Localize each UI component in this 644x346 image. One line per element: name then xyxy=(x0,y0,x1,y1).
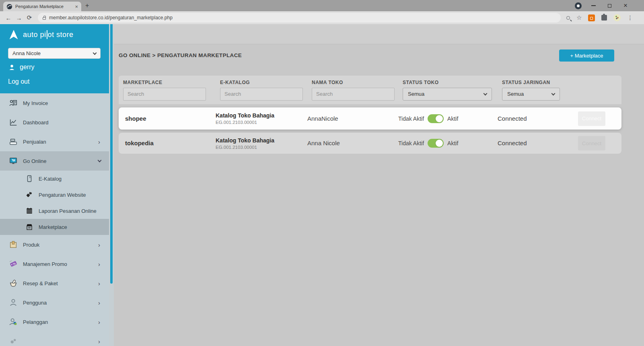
chevron-right-icon: › xyxy=(98,319,100,325)
address-bar[interactable]: member.autopilotstore.co.id/pengaturan_m… xyxy=(38,13,561,23)
sidebar-subitem-laporan-pesanan-online[interactable]: Laporan Pesanan Online xyxy=(0,203,109,219)
sidebar-item-resep-paket[interactable]: Resep & Paket › xyxy=(0,274,109,293)
customer-icon xyxy=(9,317,18,326)
gears-icon xyxy=(26,191,33,198)
store-name: Anna Nicole xyxy=(307,140,340,146)
brand-text: auto piot store xyxy=(23,30,74,39)
zoom-icon[interactable] xyxy=(566,16,570,20)
browser-menu-icon[interactable]: ⋮ xyxy=(627,14,633,21)
katalog-code: EG.001.2103.00001 xyxy=(216,120,307,125)
breadcrumb: GO ONLINE > PENGATURAN MARKETPLACE xyxy=(119,52,242,58)
toggle-on-label: Aktif xyxy=(447,140,458,146)
username: gerry xyxy=(20,64,34,71)
sidebar-item-produk[interactable]: Produk › xyxy=(0,235,109,254)
tab-close-icon[interactable]: × xyxy=(75,4,78,10)
nama-toko-search-input[interactable] xyxy=(312,88,395,101)
restore-button[interactable] xyxy=(601,0,617,11)
connect-button[interactable]: Connect xyxy=(578,111,605,126)
chevron-right-icon: › xyxy=(98,280,100,287)
chevron-down-icon xyxy=(551,91,556,95)
katalog-title: Katalog Toko Bahagia xyxy=(216,137,307,144)
toggle-on-label: Aktif xyxy=(447,115,458,122)
user-row[interactable]: gerry xyxy=(9,64,34,71)
status-toggle[interactable] xyxy=(428,114,444,123)
filter-marketplace: MARKETPLACE xyxy=(119,80,216,101)
network-status: Connected xyxy=(498,140,527,146)
column-header: STATUS TOKO xyxy=(403,80,498,85)
tab-title: Pengaturan Marketplace xyxy=(15,4,72,9)
sidebar-subitem-marketplace[interactable]: Marketplace xyxy=(0,219,109,235)
minimize-button[interactable] xyxy=(585,0,601,11)
sidebar-scrollbar-thumb[interactable] xyxy=(110,24,113,284)
restore-icon xyxy=(608,4,611,8)
sidebar-subitem-e-katalog[interactable]: E-Katalog xyxy=(0,171,109,187)
top-bar xyxy=(114,24,644,44)
browser-tab-strip: Pengaturan Marketplace × + × xyxy=(0,0,644,11)
bookmark-star-icon[interactable]: ☆ xyxy=(576,14,582,21)
status-toko-select[interactable]: Semua xyxy=(403,88,492,101)
toggle-off-label: Tidak Aktif xyxy=(398,115,424,122)
column-header: E-KATALOG xyxy=(220,80,307,85)
chevron-down-icon xyxy=(93,51,97,55)
status-jaringan-select[interactable]: Semua xyxy=(502,88,560,101)
extensions-puzzle-icon[interactable] xyxy=(601,15,607,21)
sidebar-item-penjualan[interactable]: Penjualan › xyxy=(0,132,109,151)
add-marketplace-button[interactable]: + Marketplace xyxy=(559,49,614,62)
sidebar-item-go-online[interactable]: Go Online xyxy=(0,151,109,171)
katalog-code: EG.001.2103.00001 xyxy=(216,145,307,150)
status-toggle[interactable] xyxy=(428,139,444,148)
column-header: NAMA TOKO xyxy=(312,80,398,85)
close-window-button[interactable]: × xyxy=(617,0,634,11)
column-header: STATUS JARINGAN xyxy=(502,80,578,85)
browser-avatar[interactable] xyxy=(613,14,621,21)
ekatalog-search-input[interactable] xyxy=(220,88,303,101)
new-tab-button[interactable]: + xyxy=(85,2,89,9)
chevron-right-icon: › xyxy=(98,338,100,345)
sidebar-item-dashboard[interactable]: Dashboard xyxy=(0,113,109,132)
chevron-down-icon xyxy=(98,159,102,163)
account-select[interactable]: Anna Nicole xyxy=(8,48,101,59)
brand-logo: auto piot store xyxy=(8,29,74,40)
lock-icon xyxy=(43,17,46,20)
chevron-down-icon xyxy=(484,91,488,95)
marketplace-search-input[interactable] xyxy=(123,88,206,101)
ekatalog-phone-icon xyxy=(26,175,33,182)
table-row[interactable]: shopee Katalog Toko Bahagia EG.001.2103.… xyxy=(119,107,621,130)
gear-pair-icon xyxy=(9,337,18,346)
sidebar-menu: My Invoice Dashboard Penjualan › Go Onli… xyxy=(0,93,109,346)
sidebar-item-pelanggan[interactable]: Pelanggan › xyxy=(0,312,109,332)
browser-tab[interactable]: Pengaturan Marketplace × xyxy=(3,2,81,11)
minimize-icon xyxy=(591,5,596,6)
person-outline-icon xyxy=(9,298,18,307)
sidebar-subitem-pengaturan-website[interactable]: Pengaturan Website xyxy=(0,187,109,203)
shopping-extension-icon[interactable] xyxy=(588,14,595,21)
store-name: AnnaNicole xyxy=(307,115,338,122)
sidebar-item-partial[interactable]: › xyxy=(0,332,109,346)
filter-nama-toko: NAMA TOKO xyxy=(307,80,398,101)
logout-link[interactable]: Log out xyxy=(8,78,29,85)
marketplace-name: tokopedia xyxy=(125,140,154,146)
forward-button[interactable]: → xyxy=(14,14,24,21)
promo-tag-icon: % xyxy=(9,260,18,268)
monitor-cart-icon xyxy=(9,157,18,165)
storefront-icon xyxy=(26,223,33,231)
sidebar-header: auto piot store Anna Nicole gerry Log ou… xyxy=(0,24,113,93)
back-button[interactable]: ← xyxy=(3,14,14,21)
toggle-off-label: Tidak Aktif xyxy=(398,140,424,146)
toggle-knob xyxy=(436,140,443,147)
profile-badge-icon[interactable] xyxy=(575,2,582,9)
connect-button[interactable]: Connect xyxy=(578,136,605,150)
sidebar-item-my-invoice[interactable]: My Invoice xyxy=(0,93,109,113)
table-row[interactable]: tokopedia Katalog Toko Bahagia EG.001.21… xyxy=(119,133,621,154)
paper-plane-icon xyxy=(8,29,19,40)
account-selected-value: Anna Nicole xyxy=(12,50,93,56)
chevron-right-icon: › xyxy=(98,261,100,268)
sidebar-item-pengguna[interactable]: Pengguna › xyxy=(0,293,109,312)
main-content: GO ONLINE > PENGATURAN MARKETPLACE + Mar… xyxy=(114,24,644,346)
refresh-button[interactable]: ⟳ xyxy=(24,14,35,21)
chevron-right-icon: › xyxy=(98,241,100,248)
sidebar: auto piot store Anna Nicole gerry Log ou… xyxy=(0,24,113,346)
sidebar-item-manajemen-promo[interactable]: % Manajemen Promo › xyxy=(0,254,109,274)
calendar-icon xyxy=(26,207,33,214)
browser-toolbar: ← → ⟳ member.autopilotstore.co.id/pengat… xyxy=(0,11,644,24)
